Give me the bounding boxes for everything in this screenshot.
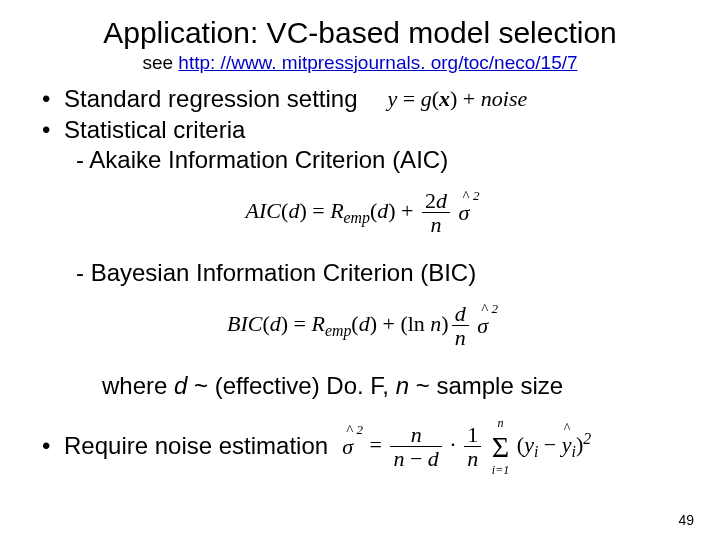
aic-equation: AIC(d) = Remp(d) + 2dn ^σ2 xyxy=(42,190,684,236)
where-line: where d ~ (effective) Do. F, n ~ sample … xyxy=(102,371,684,402)
sub-bic: - Bayesian Information Criterion (BIC) xyxy=(76,258,684,289)
model-equation: y = g(x) + noise xyxy=(388,85,528,113)
reference-line: see http: //www. mitpressjournals. org/t… xyxy=(36,52,684,74)
bullet-dot-icon: • xyxy=(42,115,64,146)
slide: Application: VC-based model selection se… xyxy=(0,0,720,540)
reference-link[interactable]: http: //www. mitpressjournals. org/toc/n… xyxy=(178,52,577,73)
bullet-criteria: • Statistical criteria xyxy=(42,115,684,146)
bullet-regression-text: Standard regression setting xyxy=(64,84,358,115)
sub-aic: - Akaike Information Criterion (AIC) xyxy=(76,145,684,176)
bic-equation: BIC(d) = Remp(d) + (ln n)dn ^σ2 xyxy=(42,303,684,349)
noise-equation: ^σ2 = nn − d · 1n nΣi=1 (yi − ^yi)2 xyxy=(342,424,591,470)
bullet-dot-icon: • xyxy=(42,431,64,462)
see-label: see xyxy=(142,52,173,73)
slide-body: • Standard regression setting y = g(x) +… xyxy=(42,84,684,470)
bullet-regression: • Standard regression setting y = g(x) +… xyxy=(42,84,684,115)
page-number: 49 xyxy=(678,512,694,528)
bullet-dot-icon: • xyxy=(42,84,64,115)
bullet-noise: • Require noise estimation ^σ2 = nn − d … xyxy=(42,424,684,470)
bullet-criteria-text: Statistical criteria xyxy=(64,115,245,146)
bullet-noise-text: Require noise estimation xyxy=(64,431,328,462)
slide-title: Application: VC-based model selection xyxy=(36,16,684,50)
